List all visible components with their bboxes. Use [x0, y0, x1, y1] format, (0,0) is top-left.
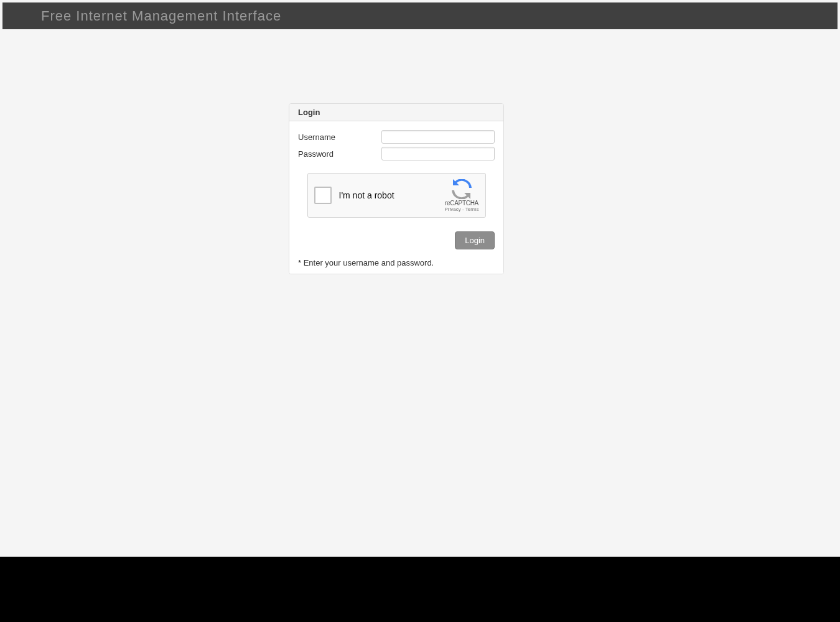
password-input[interactable]	[381, 147, 495, 160]
header-bar: Free Internet Management Interface	[2, 2, 838, 29]
username-row: Username	[298, 130, 495, 144]
login-button[interactable]: Login	[455, 231, 495, 249]
username-input[interactable]	[381, 130, 495, 144]
panel-body: Username Password I'm not a robot reCAPT…	[289, 121, 503, 258]
username-label: Username	[298, 132, 381, 142]
button-row: Login	[298, 231, 495, 249]
recaptcha-text: I'm not a robot	[339, 190, 394, 200]
login-panel: Login Username Password I'm not a robot	[289, 103, 504, 274]
panel-footer: * Enter your username and password.	[289, 258, 503, 274]
recaptcha-brand-label: reCAPTCHA	[445, 200, 478, 207]
bottom-bar	[0, 557, 840, 622]
panel-title: Login	[289, 104, 503, 121]
recaptcha-branding: reCAPTCHA Privacy - Terms	[445, 179, 479, 212]
recaptcha-terms-link[interactable]: Terms	[465, 207, 479, 212]
app-title: Free Internet Management Interface	[41, 8, 281, 24]
recaptcha-widget: I'm not a robot reCAPTCHA Privacy - Term…	[307, 173, 486, 218]
recaptcha-privacy-link[interactable]: Privacy	[445, 207, 461, 212]
recaptcha-links: Privacy - Terms	[445, 207, 479, 212]
password-label: Password	[298, 149, 381, 159]
recaptcha-icon	[452, 179, 472, 199]
recaptcha-separator: -	[461, 207, 465, 212]
recaptcha-checkbox[interactable]	[314, 187, 332, 204]
password-row: Password	[298, 147, 495, 160]
